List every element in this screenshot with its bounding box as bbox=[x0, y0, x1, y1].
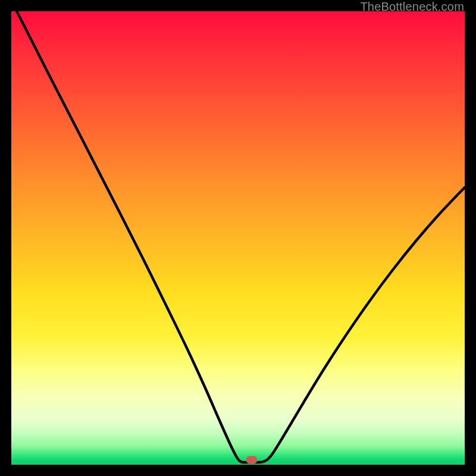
chart-frame: TheBottleneck.com bbox=[0, 0, 476, 476]
bottleneck-marker bbox=[246, 456, 257, 464]
plot-area bbox=[11, 11, 465, 465]
bottleneck-curve bbox=[11, 11, 465, 465]
